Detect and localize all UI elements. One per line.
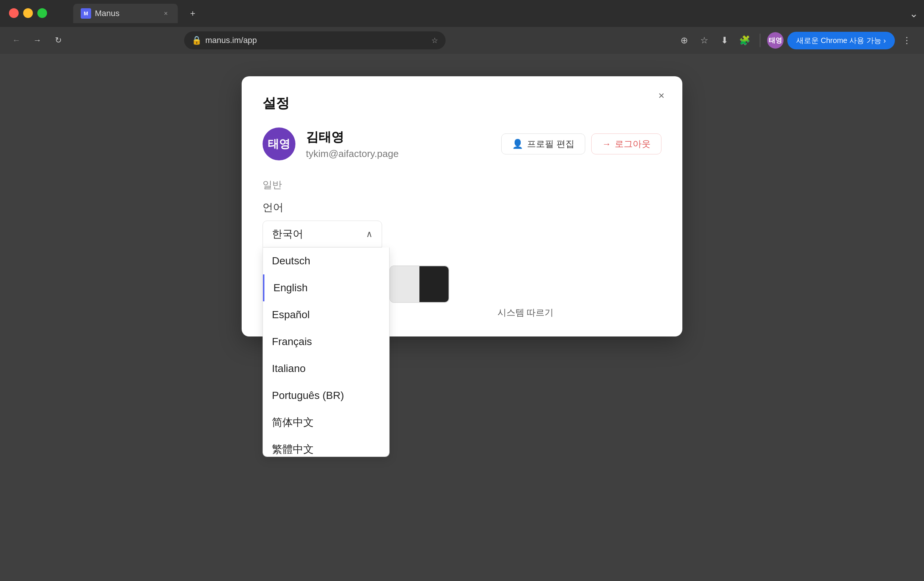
language-field-label: 언어 [262, 200, 662, 215]
modal-overlay: × 설정 태영 김태영 tykim@aifactory.page 👤 프로필 편… [0, 54, 924, 581]
theme-label: 시스템 따르기 [389, 306, 662, 319]
tab-favicon: M [81, 8, 91, 19]
back-button[interactable]: ← [9, 33, 24, 48]
bookmark-icon[interactable]: ☆ [431, 36, 438, 45]
security-icon: 🔒 [191, 35, 202, 45]
chrome-cta-button[interactable]: 새로운 Chrome 사용 가능 › [787, 32, 895, 50]
extension-button[interactable]: 🧩 [736, 32, 753, 49]
profile-name: 김태영 [306, 129, 491, 146]
bookmark-button[interactable]: ☆ [696, 32, 713, 49]
language-current-value: 한국어 [272, 227, 303, 241]
language-dropdown[interactable]: 한국어 ∧ Deutsch English Español [262, 220, 382, 248]
edit-profile-button[interactable]: 👤 프로필 편집 [501, 134, 585, 154]
theme-system-preview[interactable] [389, 265, 449, 303]
theme-preview-container[interactable]: 시스템 따르기 [389, 265, 662, 319]
language-option-pt-br[interactable]: Português (BR) [263, 382, 389, 409]
tab-bar: M Manus × + ⌄ [0, 0, 924, 27]
tab-dropdown-button[interactable]: ⌄ [909, 7, 918, 20]
profile-avatar-nav[interactable]: 태영 [767, 32, 784, 49]
nav-divider [760, 34, 761, 47]
url-display: manus.im/app [205, 35, 427, 45]
chevron-up-icon: ∧ [366, 229, 373, 239]
language-dropdown-list: Deutsch English Español Français Italian [262, 248, 389, 457]
active-tab[interactable]: M Manus × [73, 4, 178, 23]
window-maximize-button[interactable] [37, 8, 47, 18]
more-options-button[interactable]: ⋮ [899, 32, 915, 49]
modal-title: 설정 [262, 94, 662, 113]
tab-close-button[interactable]: × [161, 9, 170, 18]
browser-chrome: M Manus × + ⌄ ← → ↻ 🔒 manus.im/app ☆ ⊕ ☆… [0, 0, 924, 54]
theme-section: 시스템 따르기 [389, 265, 662, 319]
logout-icon: → [602, 139, 611, 149]
language-option-zh-tw[interactable]: 繁體中文 [263, 436, 389, 457]
window-controls [9, 8, 47, 18]
user-avatar: 태영 [262, 127, 295, 161]
language-dropdown-trigger[interactable]: 한국어 ∧ [262, 220, 382, 248]
nav-bar: ← → ↻ 🔒 manus.im/app ☆ ⊕ ☆ ⬇ 🧩 태영 새로운 Ch… [0, 27, 924, 54]
modal-close-button[interactable]: × [652, 87, 670, 105]
profile-section: 태영 김태영 tykim@aifactory.page 👤 프로필 편집 → 로… [262, 127, 662, 161]
logout-button[interactable]: → 로그아웃 [591, 134, 662, 154]
language-option-en[interactable]: English [263, 275, 389, 301]
language-option-es[interactable]: Español [263, 301, 389, 328]
profile-email: tykim@aifactory.page [306, 148, 491, 160]
address-bar[interactable]: 🔒 manus.im/app ☆ [184, 31, 446, 50]
language-field: 언어 한국어 ∧ Deutsch English [262, 200, 662, 248]
reload-button[interactable]: ↻ [51, 33, 66, 48]
general-section: 일반 언어 한국어 ∧ Deutsch [262, 178, 662, 248]
language-option-fr[interactable]: Français [263, 328, 389, 355]
forward-button[interactable]: → [30, 33, 45, 48]
profile-info: 김태영 tykim@aifactory.page [306, 129, 491, 160]
download-button[interactable]: ⬇ [716, 32, 733, 49]
nav-right-actions: ⊕ ☆ ⬇ 🧩 태영 새로운 Chrome 사용 가능 › ⋮ [676, 32, 915, 50]
settings-modal: × 설정 태영 김태영 tykim@aifactory.page 👤 프로필 편… [242, 76, 682, 336]
new-tab-button[interactable]: + [185, 5, 201, 22]
window-minimize-button[interactable] [23, 8, 33, 18]
tab-title: Manus [95, 8, 158, 18]
theme-dark-half [419, 266, 449, 302]
translate-button[interactable]: ⊕ [676, 32, 693, 49]
language-option-de[interactable]: Deutsch [263, 248, 389, 275]
theme-light-half [390, 266, 419, 302]
edit-profile-icon: 👤 [512, 139, 523, 149]
language-option-zh-cn[interactable]: 简体中文 [263, 409, 389, 436]
language-option-it[interactable]: Italiano [263, 355, 389, 382]
profile-actions: 👤 프로필 편집 → 로그아웃 [501, 134, 662, 154]
general-section-label: 일반 [262, 178, 662, 191]
window-close-button[interactable] [9, 8, 19, 18]
